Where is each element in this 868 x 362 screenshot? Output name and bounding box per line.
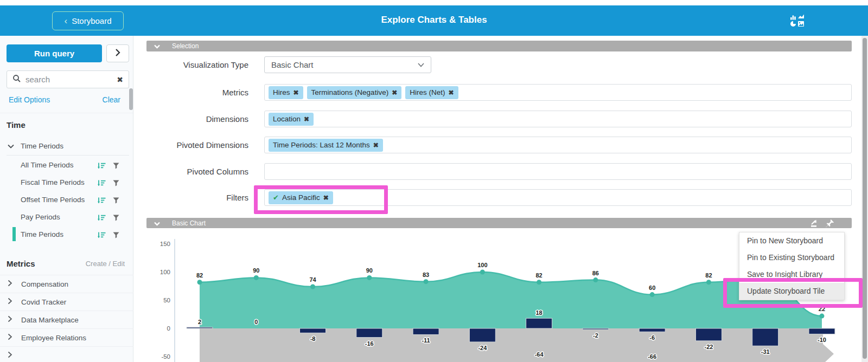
pivoted-columns-row: Pivoted Columns	[152, 163, 852, 180]
chip-location[interactable]: Location✖	[269, 113, 314, 126]
filter-funnel-icon[interactable]	[113, 231, 119, 241]
metric-group-label: Covid Tracker	[21, 298, 66, 306]
basic-chart-panel-title: Basic Chart	[172, 219, 206, 227]
svg-text:82: 82	[535, 272, 542, 279]
svg-text:-31: -31	[761, 348, 770, 355]
page-title: Explore Charts & Tables	[0, 15, 868, 25]
metric-group-data-marketplace[interactable]: Data Marketplace	[0, 311, 133, 328]
clear-search-icon[interactable]: ✖	[117, 75, 123, 84]
chevron-right-icon	[8, 333, 12, 342]
main-scrollbar-thumb[interactable]	[863, 38, 867, 359]
metric-group-partial[interactable]	[0, 346, 133, 362]
chip-asia-pacific[interactable]: ✔Asia Pacific✖	[269, 191, 333, 204]
main-scrollbar[interactable]	[861, 36, 868, 362]
metric-group-label: Compensation	[21, 280, 68, 288]
filters-field[interactable]: ✔Asia Pacific✖	[264, 189, 852, 206]
basic-chart-panel-header[interactable]: Basic Chart	[146, 218, 852, 228]
chip-hires-net-[interactable]: Hires (Net)✖	[405, 86, 458, 99]
metric-group-compensation[interactable]: Compensation	[0, 275, 133, 293]
edit-options-link[interactable]: Edit Options	[9, 95, 50, 104]
chevron-down-icon	[154, 218, 160, 228]
metric-groups-list: CompensationCovid TrackerData Marketplac…	[0, 275, 133, 362]
filters-label: Filters	[152, 189, 248, 206]
pin-context-menu: Pin to New StoryboardPin to Existing Sto…	[739, 232, 845, 300]
filter-funnel-icon[interactable]	[113, 179, 119, 189]
sidebar-item-pay-periods[interactable]: Pay Periods	[0, 208, 133, 225]
selection-panel-header[interactable]: Selection	[146, 41, 852, 51]
time-periods-list: All Time PeriodsFiscal Time PeriodsOffse…	[0, 156, 133, 243]
chip-remove-icon[interactable]: ✖	[304, 115, 309, 123]
visualization-type-row: Visualization Type Basic Chart	[152, 56, 852, 73]
export-icon[interactable]	[809, 219, 818, 228]
chip-time-periods-last-12-months[interactable]: Time Periods: Last 12 Months✖	[269, 139, 383, 152]
menu-item-pin-to-existing-storyboard[interactable]: Pin to Existing Storyboard	[739, 249, 844, 266]
sidebar-item-time-periods[interactable]: Time Periods	[0, 225, 133, 243]
visualization-type-select[interactable]: Basic Chart	[264, 56, 431, 73]
time-periods-group-label: Time Periods	[21, 142, 63, 150]
menu-item-update-storyboard-tile[interactable]: Update Storyboard Tile	[739, 283, 844, 300]
metrics-row: Metrics Hires✖Terminations (Negative)✖Hi…	[152, 84, 852, 101]
visualization-type-label: Visualization Type	[152, 56, 248, 73]
svg-text:86: 86	[592, 270, 599, 276]
filter-funnel-icon[interactable]	[113, 196, 119, 206]
menu-item-pin-to-new-storyboard[interactable]: Pin to New Storyboard	[739, 232, 844, 249]
clear-link[interactable]: Clear	[103, 95, 120, 104]
create-edit-link[interactable]: Create / Edit	[86, 260, 125, 268]
chevron-right-icon	[8, 280, 12, 288]
app-window: ‹ Storyboard Explore Charts & Tables Run…	[0, 0, 868, 362]
svg-text:-8: -8	[310, 335, 316, 342]
search-input[interactable]	[25, 75, 112, 84]
search-box: ✖	[7, 70, 129, 88]
svg-text:90: 90	[253, 267, 259, 274]
metrics-field[interactable]: Hires✖Terminations (Negative)✖Hires (Net…	[264, 84, 852, 101]
chip-remove-icon[interactable]: ✖	[373, 141, 379, 149]
metrics-heading-row: Metrics Create / Edit	[0, 259, 133, 268]
chart-toolbar	[809, 219, 834, 228]
sidebar-item-label: All Time Periods	[21, 161, 74, 169]
svg-text:-50: -50	[161, 353, 170, 360]
collapse-sidebar-button[interactable]	[106, 44, 129, 62]
svg-text:0: 0	[167, 325, 170, 332]
chip-remove-icon[interactable]: ✖	[448, 89, 454, 96]
filter-funnel-icon[interactable]	[113, 161, 119, 171]
chip-label: Asia Pacific	[282, 193, 320, 202]
sort-icon[interactable]	[98, 196, 106, 206]
metric-group-employee-relations[interactable]: Employee Relations	[0, 328, 133, 346]
sidebar-item-all-time-periods[interactable]: All Time Periods	[0, 156, 133, 173]
sidebar-item-offset-time-periods[interactable]: Offset Time Periods	[0, 191, 133, 208]
sidebar-item-label: Pay Periods	[21, 213, 60, 221]
dimensions-field[interactable]: Location✖	[264, 111, 852, 127]
pivoted-dimensions-label: Pivoted Dimensions	[152, 137, 248, 153]
metrics-label: Metrics	[152, 84, 248, 101]
filters-row: Filters ✔Asia Pacific✖	[152, 189, 852, 206]
chip-remove-icon[interactable]: ✖	[293, 89, 299, 96]
chevron-down-icon	[418, 63, 424, 67]
chip-remove-icon[interactable]: ✖	[323, 194, 329, 202]
sidebar-item-label: Offset Time Periods	[21, 196, 85, 204]
menu-item-save-to-insight-library[interactable]: Save to Insight Library	[739, 266, 844, 283]
sidebar-scrollbar[interactable]	[129, 88, 133, 110]
metric-group-covid-tracker[interactable]: Covid Tracker	[0, 293, 133, 311]
chip-hires[interactable]: Hires✖	[269, 86, 303, 99]
svg-text:-6: -6	[649, 334, 655, 341]
sort-icon[interactable]	[98, 231, 106, 241]
divider	[0, 113, 133, 113]
chip-label: Hires (Net)	[410, 88, 445, 96]
sort-icon[interactable]	[98, 179, 106, 189]
pin-icon[interactable]	[826, 219, 834, 228]
time-periods-group-header[interactable]: Time Periods	[8, 142, 63, 150]
svg-text:100: 100	[160, 269, 170, 275]
run-query-button[interactable]: Run query	[7, 44, 102, 62]
pivoted-dimensions-field[interactable]: Time Periods: Last 12 Months✖	[264, 137, 852, 153]
filter-funnel-icon[interactable]	[113, 214, 119, 223]
pivoted-columns-field[interactable]	[264, 163, 852, 180]
chip-terminations-negative-[interactable]: Terminations (Negative)✖	[307, 86, 402, 99]
chevron-down-icon	[154, 41, 160, 51]
chip-label: Hires	[273, 88, 290, 96]
charts-grid-icon[interactable]	[790, 14, 806, 28]
sort-icon[interactable]	[98, 214, 106, 223]
svg-text:-24: -24	[478, 345, 487, 351]
sort-icon[interactable]	[98, 161, 106, 171]
chip-remove-icon[interactable]: ✖	[392, 89, 397, 96]
sidebar-item-fiscal-time-periods[interactable]: Fiscal Time Periods	[0, 173, 133, 191]
